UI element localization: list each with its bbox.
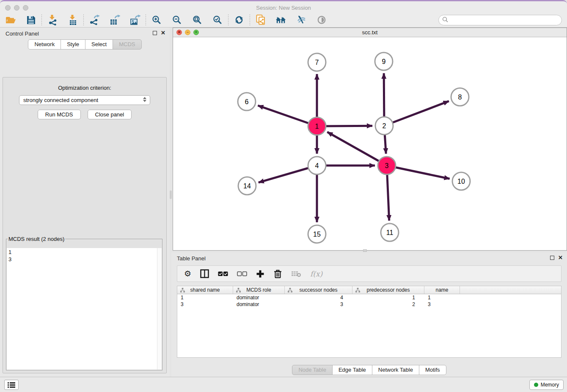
- table-panel: Table Panel ✕ ⚙ f(x) shared nameMCDS rol…: [171, 252, 567, 377]
- graph-edge-3-10[interactable]: [387, 166, 450, 179]
- column-header-predecessor-nodes[interactable]: predecessor nodes: [352, 286, 424, 294]
- export-table-icon[interactable]: [109, 14, 120, 25]
- float-table-panel-icon[interactable]: [550, 256, 554, 260]
- horizontal-splitter-handle[interactable]: [363, 249, 367, 252]
- hide-selected-icon[interactable]: [296, 14, 307, 25]
- graph-node-label: 11: [386, 229, 394, 236]
- network-window-titlebar[interactable]: ✕ − + scc.txt: [173, 28, 567, 37]
- table-cell: 1: [424, 295, 460, 301]
- mcds-panel: Optimization criterion: strongly connect…: [3, 77, 167, 373]
- mcds-result-list: 13: [7, 248, 162, 370]
- delete-column-icon[interactable]: [273, 269, 282, 279]
- show-all-icon[interactable]: [316, 14, 327, 25]
- graph-node-label: 8: [458, 94, 462, 101]
- run-mcds-button[interactable]: Run MCDS: [38, 110, 81, 119]
- table-cell: dominator: [233, 295, 285, 301]
- node-table: shared nameMCDS rolesuccessor nodesprede…: [177, 286, 561, 358]
- tab-network[interactable]: Network: [28, 39, 61, 50]
- optimization-criterion-dropdown[interactable]: strongly connected component: [19, 95, 150, 105]
- tab-network-table[interactable]: Network Table: [372, 365, 419, 375]
- tab-motifs[interactable]: Motifs: [419, 365, 446, 375]
- control-panel-tabs: NetworkStyleSelectMCDS: [0, 39, 170, 50]
- window-title: Session: New Session: [0, 5, 567, 11]
- import-table-icon[interactable]: [67, 14, 78, 25]
- task-history-button[interactable]: [4, 380, 19, 390]
- status-bar: Memory: [0, 377, 567, 392]
- mcds-result-legend: MCDS result (2 nodes): [8, 236, 65, 242]
- column-header-mcds-role[interactable]: MCDS role: [233, 286, 285, 294]
- result-line: 3: [8, 256, 160, 263]
- tab-edge-table[interactable]: Edge Table: [332, 365, 372, 375]
- graph-node-label: 1: [315, 123, 319, 130]
- graph-edge-3-1[interactable]: [327, 132, 387, 166]
- zoom-selected-icon[interactable]: [212, 14, 223, 25]
- add-column-icon[interactable]: [256, 269, 264, 279]
- hierarchy-icon: [236, 288, 241, 293]
- function-builder-icon[interactable]: f(x): [310, 269, 322, 279]
- vertical-splitter-handle[interactable]: [170, 190, 172, 199]
- select-all-columns-icon[interactable]: [218, 269, 228, 279]
- table-toolbar: ⚙ f(x): [177, 265, 561, 282]
- dropdown-stepper-icon: [143, 97, 146, 102]
- export-network-icon[interactable]: [89, 14, 100, 25]
- tab-style[interactable]: Style: [61, 39, 85, 50]
- apply-layout-icon[interactable]: [234, 14, 245, 25]
- result-scrollbar[interactable]: [157, 248, 162, 370]
- network-window-title: scc.txt: [173, 29, 567, 36]
- table-cell: 3: [177, 301, 233, 307]
- graph-edge-2-8[interactable]: [384, 101, 449, 126]
- table-cell: 4: [285, 295, 352, 301]
- hierarchy-icon: [180, 288, 185, 293]
- app-titlebar: Session: New Session: [0, 0, 567, 13]
- save-session-icon[interactable]: [25, 14, 36, 25]
- graph-node-label: 3: [385, 162, 389, 169]
- table-cell: 2: [352, 301, 424, 307]
- network-view-window: ✕ − + scc.txt 7968124314101511: [173, 28, 567, 251]
- graph-node-label: 14: [243, 182, 251, 190]
- close-panel-icon[interactable]: ✕: [161, 30, 165, 35]
- delete-table-icon[interactable]: [291, 269, 301, 279]
- memory-label: Memory: [541, 382, 559, 388]
- graph-node-label: 7: [315, 59, 319, 66]
- memory-status-icon: [534, 383, 538, 387]
- zoom-out-icon[interactable]: [171, 14, 182, 25]
- table-cell: 3: [285, 301, 352, 307]
- open-file-icon[interactable]: [5, 14, 16, 25]
- tab-node-table[interactable]: Node Table: [292, 365, 333, 375]
- control-panel: Control Panel ✕ NetworkStyleSelectMCDS O…: [0, 28, 170, 377]
- float-panel-icon[interactable]: [153, 31, 157, 35]
- tab-mcds[interactable]: MCDS: [113, 39, 141, 50]
- search-input[interactable]: [451, 17, 558, 23]
- mcds-result-box: MCDS result (2 nodes) 13: [6, 236, 162, 370]
- network-canvas[interactable]: 7968124314101511: [173, 38, 567, 250]
- graph-node-label: 9: [382, 58, 386, 65]
- tab-select[interactable]: Select: [85, 39, 113, 50]
- zoom-in-icon[interactable]: [151, 14, 162, 25]
- copy-network-icon[interactable]: [255, 14, 266, 25]
- table-options-icon[interactable]: ⚙: [184, 269, 191, 279]
- table-cell: 3: [424, 301, 460, 307]
- close-panel-button[interactable]: Close panel: [88, 110, 132, 119]
- table-row[interactable]: 1dominator411: [177, 294, 561, 301]
- column-header-shared-name[interactable]: shared name: [177, 286, 233, 294]
- show-column-icon[interactable]: [200, 269, 209, 279]
- export-image-icon[interactable]: [129, 14, 140, 25]
- toolbar-separator: [228, 14, 228, 25]
- table-row[interactable]: 3dominator323: [177, 301, 561, 308]
- zoom-fit-icon[interactable]: [192, 14, 203, 25]
- memory-button[interactable]: Memory: [529, 380, 564, 390]
- close-table-panel-icon[interactable]: ✕: [558, 255, 563, 260]
- hierarchy-icon: [355, 288, 360, 293]
- unselect-all-columns-icon[interactable]: [237, 269, 247, 279]
- first-neighbors-icon[interactable]: [275, 14, 286, 25]
- hierarchy-icon: [288, 288, 292, 293]
- toolbar-separator: [41, 14, 42, 25]
- column-header-name[interactable]: name: [424, 286, 460, 294]
- network-graph: 7968124314101511: [173, 38, 567, 251]
- import-network-icon[interactable]: [47, 14, 58, 25]
- result-line: 1: [8, 248, 160, 256]
- column-header-successor-nodes[interactable]: successor nodes: [285, 286, 352, 294]
- table-header-row: shared nameMCDS rolesuccessor nodesprede…: [177, 286, 561, 294]
- table-cell: dominator: [233, 301, 285, 307]
- table-cell: 1: [177, 295, 233, 301]
